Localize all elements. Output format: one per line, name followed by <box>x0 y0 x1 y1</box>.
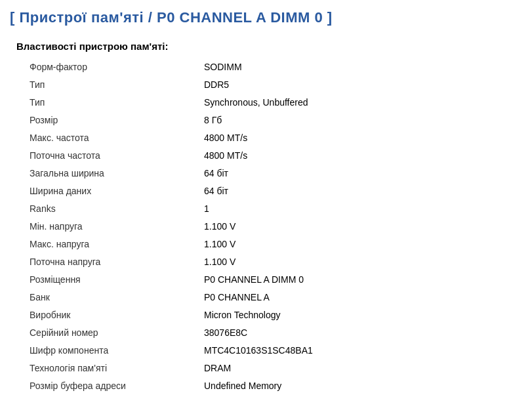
properties-table: Форм-факторSODIMMТипDDR5ТипSynchronous, … <box>16 58 529 395</box>
page-title: [ Пристрої пам'яті / P0 CHANNEL A DIMM 0… <box>10 7 522 29</box>
table-row: Форм-факторSODIMM <box>16 58 529 76</box>
table-row: Серійний номер38076E8C <box>16 324 529 342</box>
property-label: Банк <box>16 289 200 306</box>
property-value: 1.100 V <box>200 236 529 253</box>
property-label: Виробник <box>16 306 200 324</box>
property-value: DRAM <box>200 360 529 377</box>
property-value: 64 біт <box>200 165 529 182</box>
table-row: Ranks1 <box>16 200 529 218</box>
property-label: Тип <box>16 94 200 112</box>
property-value: P0 CHANNEL A <box>200 289 529 306</box>
table-row: Ширина даних64 біт <box>16 182 529 200</box>
property-label: Ranks <box>16 200 200 218</box>
property-value: 8 Гб <box>200 112 529 129</box>
table-row: БанкP0 CHANNEL A <box>16 289 529 306</box>
property-value: 64 біт <box>200 182 529 200</box>
property-label: Технологія пам'яті <box>16 360 200 377</box>
property-label: Серійний номер <box>16 324 200 342</box>
section-title: Властивості пристрою пам'яті: <box>16 41 522 52</box>
table-row: Поточна частота4800 MT/s <box>16 147 529 165</box>
property-label: Форм-фактор <box>16 58 200 76</box>
property-value: 1.100 V <box>200 253 529 271</box>
property-label: Загальна ширина <box>16 165 200 182</box>
property-label: Розміщення <box>16 271 200 289</box>
property-value: Synchronous, Unbuffered <box>200 94 529 112</box>
table-row: Загальна ширина64 біт <box>16 165 529 182</box>
table-row: ТипDDR5 <box>16 76 529 94</box>
property-value: 4800 MT/s <box>200 129 529 147</box>
property-label: Макс. напруга <box>16 236 200 253</box>
table-row: ТипSynchronous, Unbuffered <box>16 94 529 112</box>
property-value: SODIMM <box>200 58 529 76</box>
property-value: DDR5 <box>200 76 529 94</box>
property-label: Мін. напруга <box>16 218 200 236</box>
property-label: Розмір буфера адреси <box>16 377 200 395</box>
table-row: Розмір буфера адресиUndefined Memory <box>16 377 529 395</box>
table-row: Мін. напруга1.100 V <box>16 218 529 236</box>
table-row: Технологія пам'ятіDRAM <box>16 360 529 377</box>
table-row: Розмір8 Гб <box>16 112 529 129</box>
property-label: Розмір <box>16 112 200 129</box>
property-value: 38076E8C <box>200 324 529 342</box>
table-row: ВиробникMicron Technology <box>16 306 529 324</box>
property-label: Тип <box>16 76 200 94</box>
property-value: MTC4C10163S1SC48BA1 <box>200 342 529 360</box>
table-row: Макс. напруга1.100 V <box>16 236 529 253</box>
property-value: P0 CHANNEL A DIMM 0 <box>200 271 529 289</box>
property-label: Поточна напруга <box>16 253 200 271</box>
property-label: Ширина даних <box>16 182 200 200</box>
table-row: РозміщенняP0 CHANNEL A DIMM 0 <box>16 271 529 289</box>
table-row: Шифр компонентаMTC4C10163S1SC48BA1 <box>16 342 529 360</box>
property-value: 1.100 V <box>200 218 529 236</box>
property-value: Undefined Memory <box>200 377 529 395</box>
property-label: Шифр компонента <box>16 342 200 360</box>
property-value: 1 <box>200 200 529 218</box>
property-label: Макс. частота <box>16 129 200 147</box>
property-label: Поточна частота <box>16 147 200 165</box>
page-container: [ Пристрої пам'яті / P0 CHANNEL A DIMM 0… <box>0 0 532 402</box>
table-row: Макс. частота4800 MT/s <box>16 129 529 147</box>
property-value: Micron Technology <box>200 306 529 324</box>
property-value: 4800 MT/s <box>200 147 529 165</box>
table-row: Поточна напруга1.100 V <box>16 253 529 271</box>
